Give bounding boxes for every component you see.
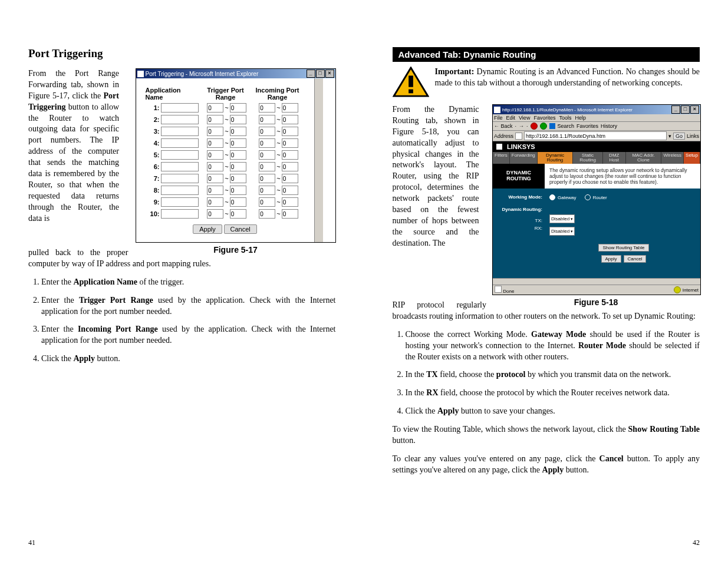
trigger-port-from[interactable]	[207, 138, 223, 148]
trigger-port-to[interactable]	[230, 103, 246, 113]
incoming-port-from[interactable]	[259, 174, 275, 183]
close-button[interactable]: ×	[690, 105, 699, 114]
tab-mac-addr-clone[interactable]: MAC Addr. Clone	[626, 152, 662, 164]
incoming-port-to[interactable]	[282, 115, 298, 124]
history-button[interactable]: History	[601, 123, 617, 129]
incoming-port-from[interactable]	[259, 127, 275, 136]
stop-icon[interactable]	[531, 123, 538, 130]
trigger-port-from[interactable]	[207, 150, 223, 160]
favorites-button[interactable]: Favorites	[577, 123, 598, 129]
trigger-port-from[interactable]	[207, 103, 223, 113]
maximize-button[interactable]: □	[316, 70, 325, 78]
col-app-name: Application Name	[146, 87, 200, 101]
svg-rect-2	[409, 90, 413, 94]
col-trigger-range: Trigger Port Range	[200, 87, 252, 101]
trigger-port-from[interactable]	[207, 127, 223, 136]
app-name-input[interactable]	[161, 197, 199, 207]
app-name-input[interactable]	[161, 115, 199, 124]
back-button[interactable]: ← Back	[494, 123, 513, 129]
incoming-port-from[interactable]	[259, 186, 275, 195]
cancel-button[interactable]: Cancel	[624, 255, 647, 263]
trigger-port-to[interactable]	[230, 127, 246, 136]
app-name-input[interactable]	[161, 186, 199, 195]
incoming-port-from[interactable]	[259, 209, 275, 219]
incoming-port-to[interactable]	[282, 186, 298, 195]
show-routing-table-button[interactable]: Show Routing Table	[598, 244, 648, 252]
incoming-port-to[interactable]	[282, 209, 298, 219]
tab-forwarding[interactable]: Forwarding	[510, 152, 538, 164]
incoming-port-to[interactable]	[282, 162, 298, 171]
address-dropdown[interactable]: ▾	[668, 133, 671, 139]
search-button[interactable]: Search	[558, 123, 575, 129]
tab-dynamic-routing[interactable]: Dynamic Routing	[538, 152, 573, 164]
menu-item[interactable]: Help	[575, 115, 586, 121]
incoming-port-to[interactable]	[282, 103, 298, 113]
incoming-port-from[interactable]	[259, 138, 275, 148]
done-icon	[495, 286, 502, 293]
tab-setup[interactable]: Setup	[684, 152, 700, 164]
close-button[interactable]: ×	[325, 70, 334, 78]
app-name-input[interactable]	[161, 127, 199, 136]
app-name-input[interactable]	[161, 209, 199, 219]
trigger-port-from[interactable]	[207, 162, 223, 171]
gateway-radio[interactable]	[549, 194, 555, 200]
incoming-port-from[interactable]	[259, 162, 275, 171]
trigger-port-to[interactable]	[230, 174, 246, 183]
trigger-port-to[interactable]	[230, 138, 246, 148]
incoming-port-from[interactable]	[259, 150, 275, 160]
menu-item[interactable]: Tools	[559, 115, 571, 121]
tx-select[interactable]: Disabled	[549, 214, 575, 223]
incoming-port-from[interactable]	[259, 103, 275, 113]
router-label: Router	[593, 195, 607, 200]
minimize-button[interactable]: _	[671, 105, 680, 114]
incoming-port-to[interactable]	[282, 197, 298, 207]
trigger-port-to[interactable]	[230, 115, 246, 124]
trigger-port-from[interactable]	[207, 115, 223, 124]
tab-static-routing[interactable]: Static Routing	[573, 152, 603, 164]
figure-5-18-caption: Figure 5-18	[492, 297, 700, 307]
router-radio[interactable]	[585, 194, 591, 200]
trigger-port-to[interactable]	[230, 162, 246, 171]
rx-select[interactable]: Disabled	[549, 227, 575, 236]
go-button[interactable]: Go	[673, 133, 685, 140]
address-input[interactable]	[524, 131, 667, 140]
app-name-input[interactable]	[161, 174, 199, 183]
incoming-port-to[interactable]	[282, 174, 298, 183]
app-name-input[interactable]	[161, 138, 199, 148]
trigger-port-to[interactable]	[230, 186, 246, 195]
trigger-port-to[interactable]	[230, 209, 246, 219]
tab-wireless[interactable]: Wireless	[661, 152, 684, 164]
trigger-port-from[interactable]	[207, 197, 223, 207]
dynamic-routing-label: DYNAMIC ROUTING	[493, 164, 545, 189]
apply-button[interactable]: Apply	[601, 255, 621, 263]
menu-item[interactable]: Favorites	[533, 115, 555, 121]
incoming-port-to[interactable]	[282, 138, 298, 148]
app-name-input[interactable]	[161, 150, 199, 160]
incoming-port-to[interactable]	[282, 127, 298, 136]
trigger-port-from[interactable]	[207, 174, 223, 183]
app-name-input[interactable]	[161, 103, 199, 113]
trigger-port-from[interactable]	[207, 209, 223, 219]
minimize-button[interactable]: _	[307, 70, 315, 78]
h-scroll[interactable]	[493, 278, 700, 285]
menu-item[interactable]: View	[519, 115, 530, 121]
trigger-port-to[interactable]	[230, 150, 246, 160]
trigger-port-to[interactable]	[230, 197, 246, 207]
home-icon[interactable]	[549, 123, 555, 129]
scrollbar[interactable]	[314, 78, 323, 242]
trigger-port-from[interactable]	[207, 186, 223, 195]
menu-item[interactable]: Edit	[506, 115, 516, 121]
maximize-button[interactable]: □	[681, 105, 690, 114]
incoming-port-from[interactable]	[259, 197, 275, 207]
dynamic-routing-steps: Choose the correct Working Mode. Gateway…	[393, 329, 700, 417]
incoming-port-to[interactable]	[282, 150, 298, 160]
links-label: Links	[687, 133, 699, 139]
app-name-input[interactable]	[161, 162, 199, 171]
menu-item[interactable]: File	[494, 115, 503, 121]
incoming-port-from[interactable]	[259, 115, 275, 124]
cancel-button[interactable]: Cancel	[224, 224, 257, 234]
refresh-icon[interactable]	[540, 123, 547, 130]
tab-filters[interactable]: Filters	[493, 152, 510, 164]
apply-button[interactable]: Apply	[193, 224, 222, 234]
tab-dmz-host[interactable]: DMZ Host	[603, 152, 626, 164]
